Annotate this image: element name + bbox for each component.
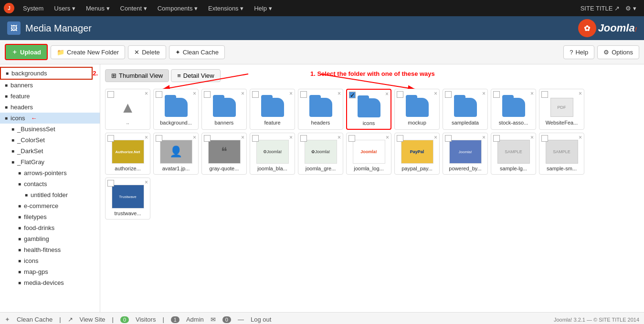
file-item-avatar1[interactable]: × 👤 avatar1.jp... <box>153 133 199 175</box>
sidebar-item-contacts[interactable]: ■ contacts <box>0 178 100 189</box>
x-button[interactable]: × <box>193 134 196 141</box>
detail-view-button[interactable]: ≡ Detail View <box>171 69 220 82</box>
sidebar-item-health[interactable]: ■ health-fitness <box>0 244 100 255</box>
file-item-samplesm[interactable]: × SAMPLE sample-sm... <box>539 133 584 175</box>
item-checkbox[interactable] <box>252 135 259 142</box>
item-checkbox[interactable] <box>107 135 114 142</box>
thumbnail-view-button[interactable]: ⊞ Thumbnail View <box>105 69 169 82</box>
nav-help[interactable]: Help ▾ <box>249 2 276 15</box>
sidebar-item-ecommerce[interactable]: ■ e-commerce <box>0 200 100 211</box>
x-button[interactable]: × <box>530 134 534 141</box>
file-item-mockup[interactable]: × mockup <box>394 89 440 130</box>
item-checkbox[interactable] <box>300 91 307 98</box>
item-checkbox[interactable] <box>445 135 452 142</box>
x-button[interactable]: × <box>579 90 582 97</box>
sidebar-item-businessset[interactable]: ■ _BusinessSet <box>0 124 100 135</box>
x-button[interactable]: × <box>434 90 437 97</box>
x-button[interactable]: × <box>289 90 293 97</box>
item-checkbox[interactable] <box>348 135 355 142</box>
file-item-samplelg[interactable]: × SAMPLE sample-lg... <box>491 133 536 175</box>
file-item-banners[interactable]: × banners <box>201 89 247 130</box>
x-button[interactable]: × <box>385 91 389 97</box>
x-button[interactable]: × <box>145 90 148 97</box>
file-item-authorize[interactable]: × Authorize.Net authorize... <box>105 133 150 175</box>
item-checkbox[interactable] <box>252 91 259 98</box>
item-checkbox[interactable] <box>204 135 211 142</box>
x-button[interactable]: × <box>145 179 148 186</box>
nav-components[interactable]: Components ▾ <box>153 2 202 15</box>
upload-button[interactable]: ＋ Upload <box>5 44 48 60</box>
sidebar-backgrounds-row[interactable]: ■ backgrounds 2. <box>0 67 100 80</box>
nav-menus[interactable]: Menus ▾ <box>81 2 115 15</box>
sidebar-item-filetypes[interactable]: ■ filetypes <box>0 211 100 222</box>
file-item-icons-selected[interactable]: ✓ × icons <box>346 89 391 130</box>
nav-content[interactable]: Content ▾ <box>116 2 152 15</box>
x-button[interactable]: × <box>241 134 244 141</box>
nav-users[interactable]: Users ▾ <box>49 2 80 15</box>
x-button[interactable]: × <box>338 134 341 141</box>
sidebar-item-colorset[interactable]: ■ _ColorSet <box>0 135 100 146</box>
x-button[interactable]: × <box>434 134 437 141</box>
x-button[interactable]: × <box>386 134 389 141</box>
item-checkbox[interactable] <box>541 135 548 142</box>
file-item-trustwave[interactable]: × Trustwave trustwave... <box>105 178 150 219</box>
x-button[interactable]: × <box>579 134 582 141</box>
footer-view-site[interactable]: View Site <box>80 316 106 323</box>
sidebar-item-feature[interactable]: ■ feature <box>0 91 100 102</box>
x-button[interactable]: × <box>193 90 196 97</box>
sidebar-item-untitled[interactable]: ■ untitled folder <box>0 189 100 200</box>
sidebar-item-flatgray[interactable]: ■ _FlatGray <box>0 157 100 167</box>
x-button[interactable]: × <box>289 134 293 141</box>
item-checkbox[interactable] <box>445 91 452 98</box>
file-item-backgrounds[interactable]: × background... <box>153 89 199 130</box>
file-item-headers[interactable]: × headers <box>298 89 343 130</box>
sidebar-item-backgrounds[interactable]: ■ backgrounds <box>0 67 93 80</box>
nav-system[interactable]: System <box>18 2 48 15</box>
x-button[interactable]: × <box>145 134 148 141</box>
x-button[interactable]: × <box>530 90 534 97</box>
item-checkbox[interactable] <box>156 91 162 98</box>
item-checkbox[interactable] <box>397 135 403 142</box>
file-item-stock[interactable]: × stock-asso... <box>491 89 536 130</box>
sidebar-item-darkset[interactable]: ■ _DarkSet <box>0 146 100 157</box>
file-item-grayquote[interactable]: × ❝ gray-quote... <box>201 133 247 175</box>
file-item-websitefea[interactable]: × PDF WebsiteFea... <box>539 89 584 130</box>
x-button[interactable]: × <box>482 134 486 141</box>
item-checkbox[interactable] <box>300 135 307 142</box>
nav-extensions[interactable]: Extensions ▾ <box>203 2 248 15</box>
create-folder-button[interactable]: 📁 Create New Folder <box>51 45 125 59</box>
footer-clean-cache[interactable]: Clean Cache <box>17 316 53 323</box>
sidebar-item-arrows[interactable]: ■ arrows-pointers <box>0 167 100 178</box>
options-button[interactable]: ⚙ Options <box>597 45 639 59</box>
gear-icon[interactable]: ⚙ ▾ <box>622 2 640 15</box>
file-item-joomlabla[interactable]: × ⚙Joomla! joomla_bla... <box>250 133 295 175</box>
file-item-joomagre[interactable]: × ✿Joomla! joomla_gre... <box>298 133 343 175</box>
item-checkbox[interactable] <box>156 135 162 142</box>
item-checkbox[interactable] <box>107 91 114 98</box>
sidebar-item-mapgps[interactable]: ■ map-gps <box>0 266 100 277</box>
logout-link[interactable]: Log out <box>251 316 271 323</box>
item-checkbox[interactable] <box>107 180 114 187</box>
item-checkbox[interactable] <box>493 135 500 142</box>
file-item-joomlalog[interactable]: × Joomla! joomla_log... <box>346 133 391 175</box>
item-checkbox[interactable] <box>493 91 500 98</box>
item-checkbox[interactable] <box>397 91 403 98</box>
sidebar-item-icons[interactable]: ■ icons ← <box>0 113 100 124</box>
delete-button[interactable]: ✕ Delete <box>128 45 166 59</box>
sidebar-item-headers[interactable]: ■ headers <box>0 102 100 113</box>
file-item-poweredby[interactable]: × Joomla! powered_by... <box>443 133 488 175</box>
item-checkbox[interactable] <box>541 91 548 98</box>
sidebar-item-gambling[interactable]: ■ gambling <box>0 233 100 244</box>
item-checkbox[interactable] <box>204 91 211 98</box>
sidebar-item-mediadevices[interactable]: ■ media-devices <box>0 277 100 288</box>
sidebar-item-food[interactable]: ■ food-drinks <box>0 222 100 233</box>
x-button[interactable]: × <box>482 90 486 97</box>
sidebar-item-banners[interactable]: ■ banners <box>0 80 100 91</box>
x-button[interactable]: × <box>241 90 244 97</box>
sidebar-item-icons2[interactable]: ■ icons <box>0 255 100 266</box>
clean-cache-button[interactable]: ✦ Clean Cache <box>169 45 225 59</box>
x-button[interactable]: × <box>338 90 341 97</box>
file-item-feature[interactable]: × feature <box>250 89 295 130</box>
file-item-up[interactable]: × ▲ .. <box>105 89 150 130</box>
item-checkbox-checked[interactable]: ✓ <box>349 92 356 98</box>
